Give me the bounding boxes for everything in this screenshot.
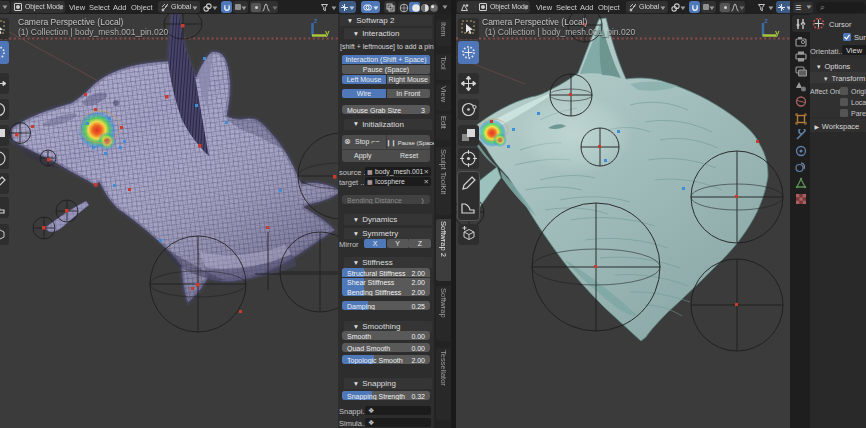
svg-text:y: y: [775, 28, 780, 37]
svg-text:z: z: [314, 16, 318, 25]
svg-text:y: y: [325, 28, 330, 37]
svg-text:z: z: [764, 16, 768, 25]
